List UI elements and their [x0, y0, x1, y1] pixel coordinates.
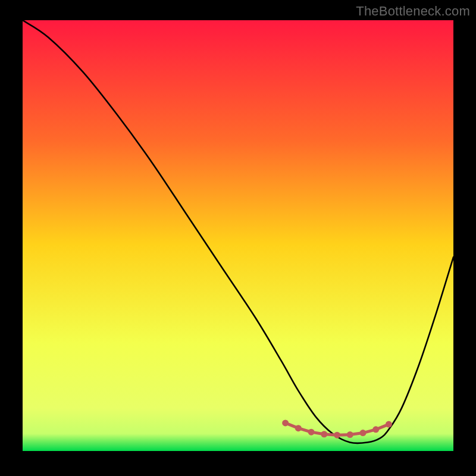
chart-stage: TheBottleneck.com — [0, 0, 476, 476]
chart-svg — [23, 20, 453, 451]
watermark-text: TheBottleneck.com — [356, 4, 470, 19]
plot-area — [23, 20, 453, 451]
gradient-background — [23, 20, 453, 451]
